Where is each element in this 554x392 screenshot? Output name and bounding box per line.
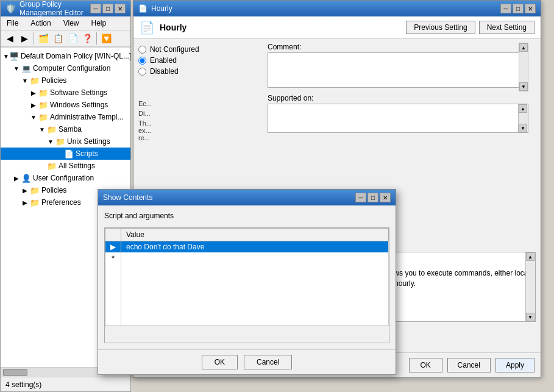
maximize-button[interactable]: □ xyxy=(102,4,113,13)
properties-button[interactable]: 📄 xyxy=(66,32,79,45)
status-text: 4 setting(s) xyxy=(5,380,41,389)
app-title: Group Policy Management Editor xyxy=(20,0,87,17)
policy-apply-button[interactable]: Apply xyxy=(495,358,534,372)
comment-scroll-track xyxy=(519,52,528,82)
unix-expander[interactable]: ▼ xyxy=(46,137,55,146)
tree-software-settings[interactable]: ▶ 📁 Software Settings xyxy=(1,87,130,99)
dialog-title: Show Contents xyxy=(103,193,152,202)
not-configured-option[interactable]: Not Configured xyxy=(138,45,266,54)
main-title-bar: 🛡️ Group Policy Management Editor ─ □ ✕ xyxy=(1,1,130,16)
policy-maximize-button[interactable]: □ xyxy=(513,4,524,13)
desc-line2: Di... xyxy=(138,110,260,117)
table-row xyxy=(105,301,389,313)
tree-policies[interactable]: ▼ 📁 Policies xyxy=(1,74,130,87)
row-value-1[interactable]: echo Don't do that Dave xyxy=(121,241,389,253)
tree-computer-config[interactable]: ▼ 💻 Computer Configuration xyxy=(1,62,130,74)
supported-scrollbar[interactable]: ▲ ▼ xyxy=(518,104,528,132)
policies-expander[interactable]: ▼ xyxy=(20,76,30,85)
disabled-radio[interactable] xyxy=(138,68,146,76)
supported-scroll-down[interactable]: ▼ xyxy=(519,124,527,132)
policy-title-buttons: ─ □ ✕ xyxy=(500,4,536,13)
unix-label: Unix Settings xyxy=(67,137,110,146)
disabled-option[interactable]: Disabled xyxy=(138,67,266,76)
tree-samba[interactable]: ▼ 📁 Samba xyxy=(1,123,130,135)
dialog-title-buttons: ─ □ ✕ xyxy=(355,193,391,202)
policy-ok-button[interactable]: OK xyxy=(409,358,442,372)
samba-label: Samba xyxy=(59,125,82,134)
help-button2[interactable]: ❓ xyxy=(80,32,94,45)
tree-all-settings[interactable]: ▶ 📁 All Settings xyxy=(1,160,130,172)
tree-admin-templates[interactable]: ▼ 📁 Administrative Templ... xyxy=(1,111,130,123)
next-setting-button[interactable]: Next Setting xyxy=(479,21,534,34)
dialog-close-button[interactable]: ✕ xyxy=(380,193,391,202)
windows-label: Windows Settings xyxy=(50,101,108,109)
row-value-2[interactable] xyxy=(121,252,389,265)
all-settings-label: All Settings xyxy=(59,162,95,170)
dialog-maximize-button[interactable]: □ xyxy=(368,193,378,202)
user-policies-label: Policies xyxy=(41,186,66,194)
forward-button[interactable]: ▶ xyxy=(18,32,31,45)
not-configured-radio[interactable] xyxy=(138,46,146,54)
all-settings-icon: 📁 xyxy=(47,162,57,171)
enabled-radio[interactable] xyxy=(138,57,146,65)
policy-minimize-button[interactable]: ─ xyxy=(500,4,511,13)
description-area: Ec... Di... Th... ex... re... xyxy=(138,100,260,141)
help-scroll-down[interactable]: ▼ xyxy=(526,313,534,321)
table-row[interactable]: ▶ echo Don't do that Dave xyxy=(105,241,389,253)
filter-button[interactable]: 🔽 xyxy=(99,32,113,45)
show-hide-button[interactable]: 🗂️ xyxy=(37,32,50,45)
admin-icon: 📁 xyxy=(38,113,48,122)
menu-view[interactable]: View xyxy=(60,18,83,29)
close-button[interactable]: ✕ xyxy=(115,4,126,13)
user-policies-expander[interactable]: ▶ xyxy=(20,185,30,195)
user-config-label: User Configuration xyxy=(33,174,94,182)
supported-scroll-track xyxy=(519,113,528,124)
tree-user-config[interactable]: ▶ 👤 User Configuration xyxy=(1,172,130,184)
preferences-expander[interactable]: ▶ xyxy=(20,198,30,207)
help-scroll-up[interactable]: ▲ xyxy=(526,252,534,261)
policy-header: 📄 Hourly Previous Setting Next Setting xyxy=(133,16,541,39)
disabled-label: Disabled xyxy=(150,67,179,76)
tree-unix-settings[interactable]: ▼ 📁 Unix Settings xyxy=(1,135,130,148)
dialog-minimize-button[interactable]: ─ xyxy=(355,193,366,202)
toolbar-separator xyxy=(34,32,34,45)
title-bar-buttons: ─ □ ✕ xyxy=(90,4,126,13)
minimize-button[interactable]: ─ xyxy=(90,4,101,13)
comment-scroll-up[interactable]: ▲ xyxy=(519,43,528,52)
desc-line4: ex... xyxy=(138,127,260,134)
tree-root[interactable]: ▼ 🖥️ Default Domain Policy [WIN-QL...] xyxy=(1,50,130,62)
policies-icon: 📁 xyxy=(30,76,40,85)
prev-setting-button[interactable]: Previous Setting xyxy=(406,21,475,34)
computer-config-expander[interactable]: ▼ xyxy=(12,63,21,73)
software-expander[interactable]: ▶ xyxy=(29,88,38,98)
tree-windows-settings[interactable]: ▶ 📁 Windows Settings xyxy=(1,99,130,111)
help-scrollbar[interactable]: ▲ ▼ xyxy=(525,252,535,321)
user-config-expander[interactable]: ▶ xyxy=(12,173,21,183)
policy-close-button[interactable]: ✕ xyxy=(525,4,536,13)
comment-scrollbar[interactable]: ▲ ▼ xyxy=(519,43,528,91)
comment-scroll-down[interactable]: ▼ xyxy=(519,82,528,91)
menu-action[interactable]: Action xyxy=(27,18,54,29)
policy-title-bar: 📄 Hourly ─ □ ✕ xyxy=(133,1,541,16)
nav-buttons: Previous Setting Next Setting xyxy=(406,21,534,34)
menu-help[interactable]: Help xyxy=(88,18,110,29)
windows-expander[interactable]: ▶ xyxy=(29,100,38,110)
browse-button[interactable]: 📋 xyxy=(51,32,65,45)
scrollbar-thumb[interactable] xyxy=(3,369,27,376)
root-expander[interactable]: ▼ xyxy=(3,51,9,61)
dialog-footer: OK Cancel xyxy=(98,349,396,374)
samba-expander[interactable]: ▼ xyxy=(37,124,47,134)
dialog-ok-button[interactable]: OK xyxy=(202,355,238,369)
policy-cancel-button[interactable]: Cancel xyxy=(447,358,491,372)
dialog-cancel-button[interactable]: Cancel xyxy=(244,355,292,369)
admin-expander[interactable]: ▼ xyxy=(29,112,38,122)
tree-scripts[interactable]: ▶ 📄 Scripts xyxy=(1,148,130,160)
supported-box: ▲ ▼ xyxy=(268,104,528,133)
supported-label: Supported on: xyxy=(268,94,528,102)
table-row[interactable]: * xyxy=(105,252,389,265)
comment-textarea[interactable] xyxy=(268,52,528,88)
menu-file[interactable]: File xyxy=(3,18,22,29)
supported-scroll-up[interactable]: ▲ xyxy=(519,104,527,113)
enabled-option[interactable]: Enabled xyxy=(138,56,266,65)
back-button[interactable]: ◀ xyxy=(3,32,16,45)
